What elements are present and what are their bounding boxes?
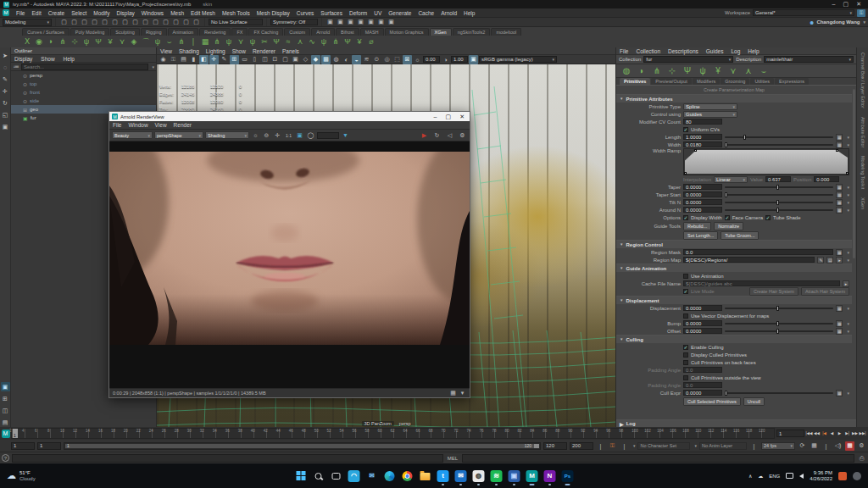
key-options-icon[interactable]: | [620, 441, 629, 451]
checkbox-uniform-cvs[interactable] [683, 127, 688, 132]
arnold-maximize-button[interactable]: ▢ [446, 114, 452, 120]
step-back-key-button[interactable]: |◀ [821, 430, 828, 438]
single-pane-layout-icon[interactable]: ▣ [1, 382, 10, 391]
xgen-guides-icon[interactable]: ⊹ [667, 66, 677, 76]
slider-handle[interactable] [776, 185, 779, 190]
slider-track[interactable] [725, 209, 833, 211]
film-gate-icon[interactable]: ▭ [240, 55, 249, 64]
slider-handle[interactable] [776, 321, 779, 326]
slider-handle[interactable] [776, 306, 779, 311]
menu-file[interactable]: File [13, 10, 28, 16]
safe-title-icon[interactable]: ▣ [291, 55, 300, 64]
log-toggle-icon[interactable]: ▦ [449, 390, 457, 397]
step-forward-frame-button[interactable]: ▶▶ [851, 430, 859, 438]
play-backwards-button[interactable]: ◀ [828, 430, 836, 438]
save-icon[interactable]: ▤ [826, 257, 833, 263]
button-uncull[interactable]: Uncull [743, 397, 765, 406]
checkbox-cull-primitives-on-back-faces[interactable] [683, 360, 688, 365]
textured-icon[interactable]: ▩ [321, 55, 331, 64]
panel-tab-xgen[interactable]: XGen [860, 197, 865, 209]
checkbox-display-width[interactable] [683, 215, 688, 220]
maximize-button[interactable]: ▢ [843, 1, 849, 8]
music-app-icon[interactable]: ≋ [491, 470, 503, 482]
wireframe-icon[interactable]: ◇ [301, 55, 310, 64]
ramp-handle[interactable] [846, 172, 849, 175]
step-forward-key-button[interactable]: ▶| [843, 430, 851, 438]
ipr-render-icon[interactable]: ▣ [336, 18, 345, 27]
multisampling-icon[interactable]: ⊙ [372, 55, 381, 64]
animation-start-field[interactable]: 1 [11, 442, 35, 450]
xgen-density-icon[interactable]: ⋎ [728, 66, 738, 76]
checkbox-use-animation[interactable] [683, 274, 688, 279]
arnold-menu-render[interactable]: Render [170, 122, 195, 128]
groom-comb-icon[interactable]: ⋎ [236, 36, 246, 47]
shelf-tab-curves-surfaces[interactable]: Curves / Surfaces [22, 28, 70, 36]
pause-viewport-icon[interactable]: ▣ [387, 18, 396, 27]
shelf-tab-bifrost[interactable]: Bifrost [336, 28, 359, 36]
xgen-menu-collection[interactable]: Collection [632, 48, 664, 54]
settings-gear-icon[interactable]: ⚙ [458, 130, 467, 140]
arnold-minimize-button[interactable]: – [434, 114, 437, 120]
value-field[interactable]: 0.0000 [683, 320, 722, 326]
menu-arnold[interactable]: Arnold [437, 10, 460, 16]
checkbox-face-camera[interactable] [725, 215, 730, 220]
value-field[interactable]: 0.0180 [683, 141, 722, 147]
text-field-padding-angle[interactable]: 0.0 [683, 382, 722, 388]
field-chart-icon[interactable]: ⊡ [270, 55, 280, 64]
create-parameterization-map-button[interactable]: Create Parameterization Map [616, 86, 852, 94]
clock[interactable]: 9:36 PM 4/26/2022 [810, 470, 832, 482]
viewport-menu-show[interactable]: Show [229, 48, 249, 54]
render-camera-dropdown[interactable]: perspShape▾ [154, 131, 203, 139]
shelf-tab-fx[interactable]: FX [231, 28, 248, 36]
aov-dropdown[interactable]: Beauty▾ [112, 131, 153, 139]
menu-mesh-tools[interactable]: Mesh Tools [219, 10, 253, 16]
menu-curves[interactable]: Curves [293, 10, 318, 16]
use-default-material-icon[interactable]: ◍ [331, 55, 341, 64]
command-language-label[interactable]: MEL [446, 456, 459, 461]
make-live-icon[interactable]: ▢ [192, 18, 201, 27]
render-image-area[interactable] [109, 141, 470, 388]
expand-icon[interactable]: ▾ [847, 208, 849, 213]
groom-smooth-icon[interactable]: ∿ [307, 36, 317, 47]
gate-mask-icon[interactable]: ◫ [260, 55, 270, 64]
xgen-menu-guides[interactable]: Guides [703, 48, 727, 54]
select-camera-icon[interactable]: ◉ [159, 55, 168, 64]
arnold-menu-view[interactable]: View [152, 122, 170, 128]
groom-clump-icon[interactable]: ⋏ [295, 36, 305, 47]
rotate-tool-icon[interactable]: ↻ [1, 98, 10, 108]
select-tool-icon[interactable]: ➤ [1, 51, 10, 60]
refresh-render-icon[interactable]: ↻ [432, 130, 442, 140]
mail-app-icon[interactable]: ✉ [366, 470, 378, 482]
map-button[interactable]: ▦ [836, 390, 843, 396]
value-field[interactable]: 0.0000 [683, 207, 722, 213]
mail-client-icon[interactable]: ✉ [455, 470, 467, 482]
map-button[interactable]: ▦ [836, 141, 843, 148]
gamma-icon[interactable]: ◑ [441, 55, 450, 64]
map-button[interactable]: ▦ [836, 184, 843, 191]
character-set-dropdown[interactable]: No Character Set [637, 442, 690, 450]
map-button[interactable]: ▦ [836, 328, 843, 335]
exposure-field[interactable]: 0.00 [423, 56, 440, 63]
playback-start-field[interactable]: 1 [37, 442, 61, 450]
exposure-icon[interactable]: ☼ [413, 55, 422, 64]
resolution-scale-field[interactable] [317, 132, 339, 139]
xgen-menu-descriptions[interactable]: Descriptions [665, 48, 702, 54]
screen-space-ao-icon[interactable]: ◒ [352, 55, 361, 64]
slider-handle[interactable] [776, 329, 779, 334]
groom-part-icon[interactable]: Ψ [271, 36, 281, 47]
maya-app-icon[interactable]: M [526, 470, 538, 482]
wide-field-region-mask[interactable]: 0.0 [683, 249, 833, 255]
button-set-length[interactable]: Set Length... [683, 231, 718, 240]
section-header-region-control[interactable]: ▼Region Control [616, 241, 852, 248]
select-by-component-icon[interactable]: ▢ [131, 18, 140, 27]
xgen-export-icon[interactable]: ⋔ [176, 36, 186, 47]
slider-track[interactable] [725, 392, 833, 394]
undo-icon[interactable]: ▢ [90, 18, 99, 27]
expand-icon[interactable]: ▾ [847, 250, 849, 255]
map-button[interactable]: ▦ [836, 207, 843, 214]
shelf-tab-mash[interactable]: MASH [360, 28, 384, 36]
outliner-item-persp[interactable]: ⊙persp [11, 71, 156, 80]
close-button[interactable]: ✕ [856, 1, 861, 8]
play-forwards-button[interactable]: ▶ [836, 430, 843, 438]
move-tool-icon[interactable]: ✛ [1, 86, 10, 96]
